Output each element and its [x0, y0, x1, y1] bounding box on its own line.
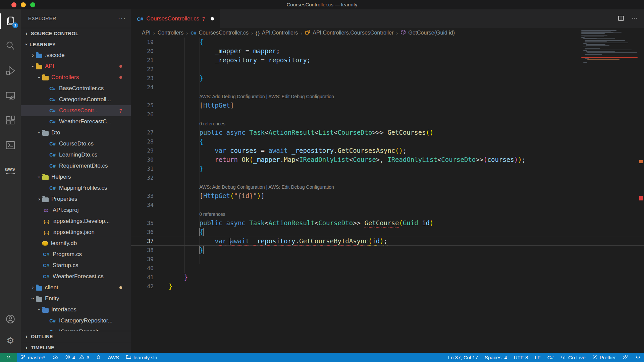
search-icon[interactable] [0, 40, 21, 52]
breadcrumb-item[interactable]: C#CoursesController.cs [191, 30, 249, 36]
chevron-down-icon[interactable]: › [37, 130, 42, 136]
tree-item-appsettings-develop-[interactable]: ›{..}appsettings.Develop... [21, 216, 131, 227]
minimize-button[interactable] [21, 2, 26, 7]
code-line-20[interactable]: 20 _mapper = mapper; [131, 47, 644, 56]
code-line-36[interactable]: 36 { [131, 228, 644, 237]
code-line-40[interactable]: 40 [131, 264, 644, 273]
breadcrumb-item[interactable]: Controllers [158, 30, 183, 36]
minimap[interactable] [581, 30, 638, 64]
code-line-19[interactable]: 19 { [131, 38, 644, 47]
code-line-24[interactable]: 24 [131, 83, 644, 92]
code-line-39[interactable]: 39 [131, 255, 644, 264]
status-prettier[interactable]: Prettier [589, 353, 619, 362]
status-language-mode[interactable]: C# [544, 353, 557, 362]
code-line-27[interactable]: 27 public async Task<ActionResult<List<C… [131, 128, 644, 137]
status-remote-indicator[interactable] [0, 353, 17, 362]
run-debug-icon[interactable] [0, 64, 21, 77]
status-flame[interactable] [93, 353, 104, 362]
code-line-28[interactable]: 28 { [131, 137, 644, 146]
status-sync-changes[interactable] [49, 353, 62, 362]
status-go-live[interactable]: Go Live [557, 353, 589, 362]
tree-item-learningdto-cs[interactable]: ›C#LearningDto.cs [21, 149, 131, 161]
breadcrumb-item[interactable]: { }API.Controllers [256, 30, 298, 36]
tree-item-icoursereposit-[interactable]: ›C#ICourseReposit... [21, 326, 131, 331]
extensions-icon[interactable] [0, 114, 21, 127]
tree-item-coursedto-cs[interactable]: ›C#CourseDto.cs [21, 138, 131, 149]
tree-item-learnify-db[interactable]: ›learnify.db [21, 238, 131, 249]
code-line-30[interactable]: 30 return Ok(_mapper.Map<IReadOnlyList<C… [131, 155, 644, 164]
code-line-31[interactable]: 31 } [131, 164, 644, 173]
chevron-down-icon[interactable]: › [24, 41, 29, 47]
code-line-33[interactable]: 33 [HttpGet("{id}")] [131, 191, 644, 200]
breadcrumb-item[interactable]: API [142, 30, 151, 36]
tree-item-helpers[interactable]: ›Helpers [21, 172, 131, 183]
code-line-26[interactable]: 26 [131, 110, 644, 119]
tree-item-client[interactable]: ›client [21, 282, 131, 293]
terminal-icon[interactable] [0, 139, 21, 152]
status-notifications[interactable] [632, 353, 644, 362]
tree-item-startup-cs[interactable]: ›C#Startup.cs [21, 260, 131, 271]
code-line-34[interactable]: 34 [131, 200, 644, 209]
breadcrumb-item[interactable]: GetCourse(Guid id) [400, 29, 455, 36]
editor-more-actions-icon[interactable] [632, 15, 638, 23]
status-solution[interactable]: learnify.sln [122, 353, 161, 362]
tree-item-api-csproj[interactable]: ›∞API.csproj [21, 205, 131, 216]
codelens-link[interactable]: 0 references [131, 209, 644, 219]
remote-explorer-icon[interactable] [0, 89, 21, 102]
codelens-link[interactable]: AWS: Add Debug Configuration | AWS: Edit… [131, 92, 644, 101]
status-indentation[interactable]: Spaces: 4 [481, 353, 511, 362]
chevron-right-icon[interactable]: › [30, 53, 36, 58]
chevron-down-icon[interactable]: › [37, 307, 42, 313]
explorer-more-actions-icon[interactable]: ··· [118, 15, 126, 22]
section-timeline[interactable]: › TIMELINE [21, 342, 131, 353]
code-line-35[interactable]: 35 public async Task<ActionResult<Course… [131, 219, 644, 228]
code-line-41[interactable]: 41 } [131, 273, 644, 282]
tree-item-requirementdto-cs[interactable]: ›C#RequirementDto.cs [21, 161, 131, 172]
code-line-32[interactable]: 32 [131, 173, 644, 182]
section-source-control[interactable]: › SOURCE CONTROL [21, 28, 131, 39]
tree-item-api[interactable]: ›API [21, 61, 131, 72]
breadcrumb-item[interactable]: API.Controllers.CoursesController [305, 29, 393, 36]
code-line-25[interactable]: 25 [HttpGet] [131, 101, 644, 110]
tree-item-interfaces[interactable]: ›Interfaces [21, 304, 131, 315]
code-line-22[interactable]: 22 [131, 65, 644, 74]
tree-item--vscode[interactable]: ›.vscode [21, 50, 131, 61]
status-problems[interactable]: 43 [62, 353, 93, 362]
aws-toolkit-icon[interactable]: aws [0, 164, 21, 176]
code-line-37[interactable]: 37 var await _repository.GetCourseByIdAs… [131, 237, 644, 246]
tree-item-controllers[interactable]: ›Controllers [21, 72, 131, 83]
status-eol[interactable]: LF [531, 353, 544, 362]
status-encoding[interactable]: UTF-8 [511, 353, 532, 362]
status-git-branch[interactable]: master* [17, 353, 49, 362]
explorer-icon[interactable]: 1 [0, 15, 21, 27]
status-feedback[interactable] [619, 353, 632, 362]
tree-item-weatherforecast-cs[interactable]: ›C#WeatherForecast.cs [21, 271, 131, 282]
tree-item-properties[interactable]: ›Properties [21, 194, 131, 205]
account-icon[interactable] [0, 313, 21, 325]
code-line-23[interactable]: 23 } [131, 74, 644, 83]
tree-item-basecontroller-cs[interactable]: ›C#BaseController.cs [21, 83, 131, 94]
status-aws-status[interactable]: AWS [104, 353, 122, 362]
code-line-29[interactable]: 29 var courses = await _repository.GetCo… [131, 146, 644, 155]
tree-item-dto[interactable]: ›Dto [21, 127, 131, 138]
tree-item-categoriescontroll-[interactable]: ›C#CategoriesControll... [21, 94, 131, 105]
settings-gear-icon[interactable]: ⚙ [0, 334, 21, 347]
chevron-down-icon[interactable]: › [37, 174, 42, 180]
chevron-down-icon[interactable]: › [30, 296, 36, 302]
tree-item-coursescontr-[interactable]: ›C#CoursesContr...7 [21, 105, 131, 116]
codelens-link[interactable]: 0 references [131, 119, 644, 128]
code-line-38[interactable]: 38 } [131, 246, 644, 255]
tree-item-program-cs[interactable]: ›C#Program.cs [21, 249, 131, 260]
tab-coursescontroller[interactable]: C# CoursesController.cs 7 [131, 9, 220, 28]
code-line-42[interactable]: 42} [131, 282, 644, 291]
chevron-right-icon[interactable]: › [30, 285, 36, 290]
code-line-21[interactable]: 21 _repository = repository; [131, 56, 644, 65]
tree-item-mappingprofiles-cs[interactable]: ›C#MappingProfiles.cs [21, 183, 131, 194]
tree-item-learnify[interactable]: ›LEARNIFY [21, 39, 131, 50]
split-editor-icon[interactable] [618, 15, 624, 23]
chevron-right-icon[interactable]: › [36, 196, 42, 202]
tree-item-appsettings-json[interactable]: ›{..}appsettings.json [21, 227, 131, 238]
maximize-button[interactable] [30, 2, 35, 7]
codelens-link[interactable]: AWS: Add Debug Configuration | AWS: Edit… [131, 182, 644, 191]
tree-item-weatherforecastc-[interactable]: ›C#WeatherForecastC... [21, 116, 131, 127]
